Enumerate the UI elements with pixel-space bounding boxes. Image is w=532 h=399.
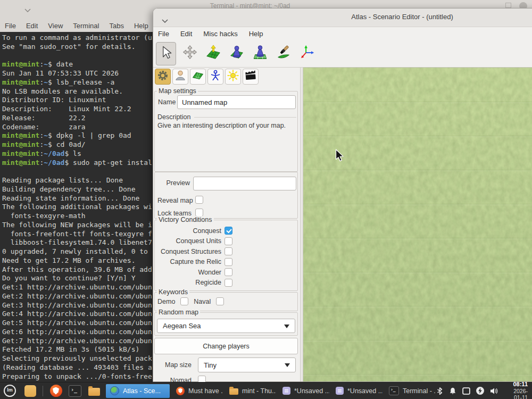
victory-row-wonder: Wonder [155,268,232,276]
grass-shading [303,68,532,381]
task-label: *Unsaved ... [347,387,383,395]
reveal-map-checkbox[interactable] [195,196,203,204]
taskbar-task-1-must-have[interactable]: Must have ... [172,384,223,398]
terrain-raise-icon [205,44,222,63]
terrain-icon [192,69,204,84]
pinned-terminal[interactable] [69,385,81,397]
menu-item-terminal[interactable]: Terminal [73,22,99,30]
victory-row-capture-the-relic: Capture the Relic [155,258,232,266]
power-manager-icon[interactable] [476,386,485,395]
tab-terrain[interactable] [190,69,206,85]
victory-conditions-section: Victory Conditions ConquestConquest Unit… [154,220,298,291]
tab-cinematic[interactable] [243,69,259,85]
taskbar-task-4-unsaved[interactable]: *Unsaved ... [331,384,383,398]
atlas-toolbar [153,40,532,68]
pinned-brave-browser[interactable] [49,385,62,397]
map-settings-title: Map settings [157,87,198,95]
clock-time: 08:11 [505,381,528,388]
tab-player[interactable] [172,69,188,85]
clock[interactable]: 08:11 2026-01-11 [505,381,528,399]
move-camera-tool-button[interactable] [180,43,200,65]
keyword-checkbox-naval[interactable] [216,297,224,305]
select-tool-button[interactable] [156,42,176,65]
pinned-file-manager[interactable] [88,386,101,396]
workspaces-icon[interactable] [462,386,471,395]
keywords-title: Keywords [157,288,189,296]
axes-tool-button[interactable] [297,43,317,65]
victory-checkbox-conquest-units[interactable] [225,237,232,245]
victory-checkbox-wonder[interactable] [225,268,232,276]
map-settings-section: Map settings Name Unnamed map Descriptio… [154,91,298,172]
menu-item-help[interactable]: Help [249,30,263,38]
maximize-icon[interactable] [505,3,511,8]
system-tray: 08:11 2026-01-11 [436,381,532,399]
victory-checkbox-conquest[interactable] [225,227,232,235]
tab-environment[interactable] [225,69,241,85]
victory-conditions-list: ConquestConquest UnitsConquest Structure… [155,227,232,287]
menu-item-file[interactable]: File [5,22,16,30]
victory-row-conquest-units: Conquest Units [155,237,232,245]
task-label: Must have ... [188,387,223,395]
victory-checkbox-regicide[interactable] [225,279,232,287]
taskbar-tasks: Atlas - Sce...Must have ...mint - Thu...… [106,384,436,398]
bluetooth-icon[interactable] [436,387,444,395]
keyword-label-demo: Demo [157,298,175,305]
description-label: Description [157,113,191,121]
random-map-dropdown[interactable]: Aegean Sea [157,319,295,333]
cursor-arrow-icon [158,44,174,63]
taskbar-task-2-mint-thu[interactable]: mint - Thu... [225,384,276,398]
atlas-titlebar[interactable]: Atlas - Scenario Editor - (untitled) [153,9,532,27]
atlas-window-title: Atlas - Scenario Editor - (untitled) [153,13,532,21]
lock-teams-checkbox[interactable] [195,209,203,217]
menu-item-file[interactable]: File [158,30,169,38]
map-size-dropdown[interactable]: Tiny [198,358,296,372]
map-description-input[interactable]: Give an interesting description of your … [157,122,294,129]
random-map-section: Random map Aegean Sea [154,312,298,336]
reveal-map-label: Reveal map [157,197,193,204]
taskbar-task-5-terminal[interactable]: Terminal - ... [385,384,436,398]
menu-item-view[interactable]: View [48,22,63,30]
atlas-menubar: FileEditMisc hacksHelp [153,27,532,40]
xyz-axes-icon [298,44,315,63]
menu-item-edit[interactable]: Edit [26,22,38,30]
victory-checkbox-capture-the-relic[interactable] [225,258,232,266]
notifications-bell-icon[interactable] [448,387,457,395]
menu-item-help[interactable]: Help [134,22,148,30]
pinned-app-icon[interactable] [24,385,36,397]
folder-icon [88,388,100,396]
mint-menu-button[interactable] [4,385,16,397]
victory-checkbox-conquest-structures[interactable] [225,247,232,255]
menu-item-misc-hacks[interactable]: Misc hacks [203,30,237,38]
keyword-checkbox-demo[interactable] [180,297,188,305]
preview-input[interactable] [193,177,296,190]
task-label: *Unsaved ... [294,387,329,395]
menu-item-edit[interactable]: Edit [180,30,192,38]
map-name-input[interactable]: Unnamed map [177,95,296,109]
brave-icon [50,385,62,397]
change-players-button[interactable]: Change players [154,338,298,354]
taskbar: Atlas - Sce...Must have ...mint - Thu...… [0,382,532,399]
menu-item-tabs[interactable]: Tabs [109,22,123,30]
keyword-label-naval: Naval [194,298,211,305]
desktop: Terminal - mint@mint: ~/0ad FileEditView… [0,0,532,399]
map-size-label: Map size [153,361,192,369]
taskbar-task-3-unsaved[interactable]: *Unsaved ... [278,384,329,398]
paintbrush-icon [275,44,292,63]
name-label: Name [158,98,176,106]
map-viewport[interactable] [303,68,532,381]
volume-icon[interactable] [489,387,498,395]
move-arrows-icon [181,44,198,63]
taskbar-task-0-atlas-sce[interactable]: Atlas - Sce... [106,384,170,398]
victory-label-conquest-units: Conquest Units [176,237,221,245]
place-unit-tool-button[interactable] [251,43,270,65]
tab-actor[interactable] [207,69,223,85]
victory-label-conquest: Conquest [193,227,221,235]
victory-label-regicide: Regicide [195,279,221,286]
place-object-tool-button[interactable] [227,43,246,65]
tab-map-settings[interactable] [155,69,171,85]
raise-elevation-tool-button[interactable] [204,43,223,65]
paint-terrain-tool-button[interactable] [274,43,293,65]
divider [43,386,43,396]
text-editor-icon [282,387,290,395]
terminal-icon [389,386,399,395]
